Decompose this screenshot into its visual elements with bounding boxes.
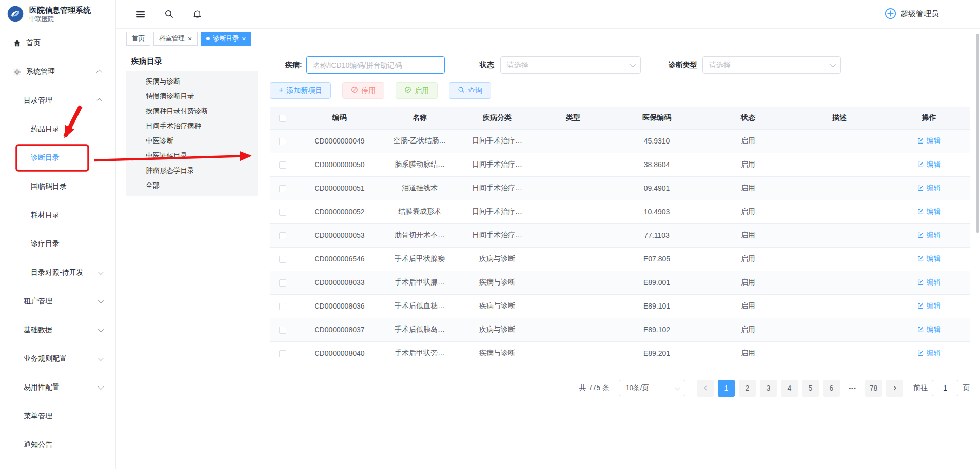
cell-type (538, 318, 608, 341)
edit-button[interactable]: 编辑 (917, 231, 941, 240)
page-button-4[interactable]: 4 (781, 380, 798, 397)
catalog-item[interactable]: 日间手术治疗病种 (126, 118, 258, 133)
sidebar-item-treatment-catalog[interactable]: 诊疗目录 (0, 230, 115, 258)
edit-button[interactable]: 编辑 (917, 278, 941, 287)
sidebar-item-catalog-mapping[interactable]: 目录对照-待开发 (0, 258, 115, 287)
collapse-menu-icon[interactable] (135, 9, 146, 19)
close-icon[interactable]: × (188, 35, 192, 43)
sidebar-item-label: 通知公告 (24, 440, 52, 450)
scrollbar-thumb[interactable] (976, 34, 979, 233)
sidebar-item-menu-mgmt[interactable]: 菜单管理 (0, 402, 115, 431)
row-checkbox[interactable] (279, 303, 286, 310)
catalog-item[interactable]: 疾病与诊断 (126, 74, 258, 89)
select-all-checkbox[interactable] (279, 115, 286, 122)
page-button-3[interactable]: 3 (760, 380, 777, 397)
row-checkbox[interactable] (279, 209, 286, 216)
page-button-6[interactable]: 6 (823, 380, 840, 397)
row-checkbox[interactable] (279, 350, 286, 357)
sidebar-item-usability-config[interactable]: 易用性配置 (0, 373, 115, 402)
edit-link-label: 编辑 (927, 207, 941, 216)
catalog-item[interactable]: 全部 (126, 178, 258, 193)
search-icon[interactable] (164, 9, 174, 19)
edit-link-label: 编辑 (927, 301, 941, 311)
edit-button[interactable]: 编辑 (917, 301, 941, 311)
sidebar-item-label: 国临码目录 (31, 182, 67, 191)
cell-description (791, 294, 888, 318)
add-item-button[interactable]: + 添加新项目 (270, 82, 331, 99)
cell-name: 手术后甲状旁… (383, 341, 456, 365)
cell-code: CD0000000050 (296, 153, 383, 176)
disease-search-input[interactable] (306, 56, 445, 74)
edit-button[interactable]: 编辑 (917, 349, 941, 358)
sidebar-item-national-code-catalog[interactable]: 国临码目录 (0, 172, 115, 201)
edit-button[interactable]: 编辑 (917, 254, 941, 263)
cell-code: CD0000000049 (296, 129, 383, 153)
catalog-item[interactable]: 特慢病诊断目录 (126, 89, 258, 104)
row-checkbox[interactable] (279, 232, 286, 239)
sidebar-item-system-mgmt[interactable]: 系统管理 (0, 57, 115, 86)
cell-code: CD0000000053 (296, 223, 383, 247)
sidebar-item-drug-catalog[interactable]: 药品目录 (0, 115, 115, 144)
page-button-5[interactable]: 5 (802, 380, 819, 397)
edit-button[interactable]: 编辑 (917, 325, 941, 334)
table-row: CD0000000051 泪道挂线术 日间手术治疗… 09.4901 启用 编辑 (270, 176, 970, 200)
table-row: CD0000008040 手术后甲状旁… 疾病与诊断 E89.201 启用 编辑 (270, 341, 970, 365)
sidebar-item-diagnosis-catalog[interactable]: 诊断目录 (0, 144, 115, 172)
cell-name: 肋骨切开术不… (383, 223, 456, 247)
catalog-item[interactable]: 肿瘤形态学目录 (126, 163, 258, 178)
sidebar-item-notice[interactable]: 通知公告 (0, 431, 115, 459)
sidebar-item-tenant-mgmt[interactable]: 租户管理 (0, 287, 115, 316)
page-button-2[interactable]: 2 (739, 380, 756, 397)
edit-button[interactable]: 编辑 (917, 160, 941, 169)
status-select[interactable]: 请选择 (500, 56, 641, 74)
query-button[interactable]: 查询 (449, 82, 491, 99)
status-filter-label: 状态 (480, 60, 494, 70)
prev-page-button[interactable] (697, 380, 714, 397)
cell-code: CD0000008040 (296, 341, 383, 365)
tab-科室管理[interactable]: 科室管理 × (153, 32, 198, 46)
chevron-down-icon (830, 62, 835, 67)
sidebar-item-label: 业务规则配置 (24, 354, 67, 363)
tab-首页[interactable]: 首页 (126, 32, 150, 46)
edit-button[interactable]: 编辑 (917, 207, 941, 216)
tab-诊断目录[interactable]: 诊断目录 × (201, 32, 251, 46)
gear-icon (13, 68, 22, 76)
cell-description (791, 223, 888, 247)
edit-icon (917, 302, 924, 309)
sidebar-item-consumable-catalog[interactable]: 耗材目录 (0, 201, 115, 230)
edit-icon (917, 161, 924, 168)
user-menu[interactable]: 超级管理员 (885, 8, 939, 21)
catalog-item[interactable]: 中医证候目录 (126, 148, 258, 163)
enable-button[interactable]: 启用 (396, 82, 438, 99)
edit-button[interactable]: 编辑 (917, 136, 941, 146)
row-checkbox[interactable] (279, 327, 286, 334)
goto-page-input[interactable] (932, 380, 958, 396)
row-checkbox[interactable] (279, 279, 286, 287)
row-checkbox[interactable] (279, 185, 286, 192)
row-checkbox[interactable] (279, 161, 286, 169)
sidebar-item-business-rule-config[interactable]: 业务规则配置 (0, 344, 115, 373)
sidebar-item-label: 系统管理 (26, 67, 55, 76)
diagnosis-type-select[interactable]: 请选择 (702, 56, 841, 74)
next-page-button[interactable] (886, 380, 903, 397)
catalog-item[interactable]: 中医诊断 (126, 133, 258, 148)
close-icon[interactable]: × (242, 35, 246, 43)
row-checkbox[interactable] (279, 138, 286, 145)
sidebar-item-home[interactable]: 首页 (0, 29, 115, 57)
table-row: CD0000000053 肋骨切开术不… 日间手术治疗… 77.1103 启用 … (270, 223, 970, 247)
disable-button[interactable]: 停用 (342, 82, 384, 99)
page-button-1[interactable]: 1 (718, 380, 735, 397)
edit-link-label: 编辑 (927, 325, 941, 334)
cell-insurance-code: 10.4903 (608, 200, 705, 223)
tab-label: 科室管理 (159, 34, 185, 43)
pager-more-button[interactable]: ••• (844, 380, 861, 397)
edit-button[interactable]: 编辑 (917, 183, 941, 193)
notification-bell-icon[interactable] (192, 9, 202, 19)
page-button-78[interactable]: 78 (865, 380, 882, 397)
catalog-item[interactable]: 按病种目录付费诊断 (126, 104, 258, 118)
sidebar-item-label: 诊断目录 (31, 153, 60, 162)
row-checkbox[interactable] (279, 256, 286, 263)
sidebar-item-base-data[interactable]: 基础数据 (0, 316, 115, 344)
page-size-select[interactable]: 10条/页 (619, 380, 685, 396)
sidebar-item-catalog-mgmt[interactable]: 目录管理 (0, 86, 115, 115)
